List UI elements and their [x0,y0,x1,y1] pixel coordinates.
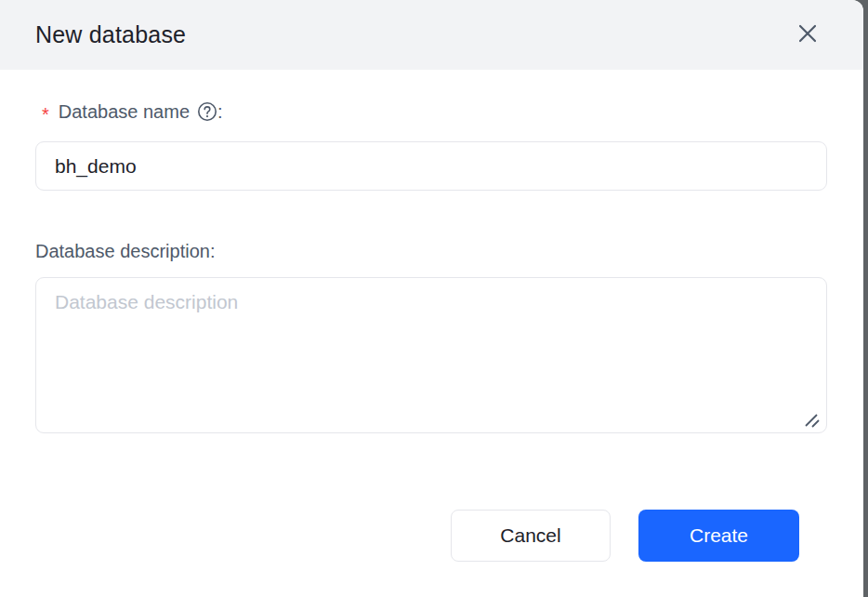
database-description-label: Database description: [35,241,215,262]
modal-title: New database [35,21,186,48]
modal-footer: Cancel Create [35,510,827,562]
required-asterisk: * [42,104,49,126]
database-name-label: Database name [59,101,190,123]
create-button[interactable]: Create [638,510,799,562]
database-name-label-row: * Database name : [35,100,827,123]
database-name-input[interactable] [35,141,827,191]
label-colon: : [217,101,223,123]
modal-body: * Database name : Database description: [0,100,863,562]
new-database-modal: New database * Database name : [0,0,863,597]
database-description-label-row: Database description: [35,240,827,262]
cancel-button[interactable]: Cancel [451,510,611,562]
database-description-textarea[interactable] [35,277,827,433]
modal-header: New database [0,0,863,70]
database-description-field-wrap [35,277,827,433]
close-icon [796,22,819,47]
close-button[interactable] [793,20,822,50]
help-question-circle-icon[interactable] [197,101,217,122]
